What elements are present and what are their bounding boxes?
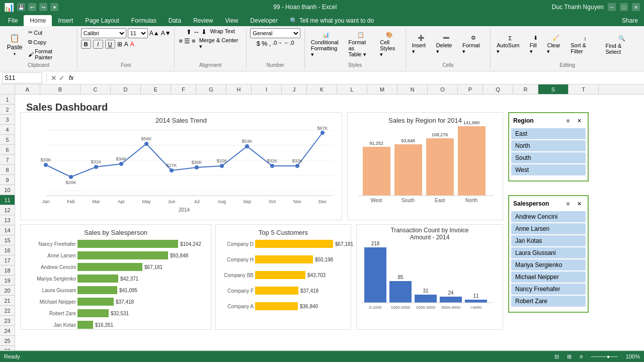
row-24[interactable]: 24 (0, 326, 15, 336)
formula-input[interactable] (77, 72, 642, 83)
tab-developer[interactable]: Developer (244, 15, 284, 26)
row-3[interactable]: 3 (0, 115, 15, 125)
col-header-s[interactable]: S (538, 84, 569, 94)
insert-cells-button[interactable]: ➕ Insert ▾ (410, 34, 432, 56)
cancel-icon[interactable]: ✕ (51, 74, 57, 82)
row-6[interactable]: 6 (0, 145, 15, 155)
row-20[interactable]: 20 (0, 286, 15, 296)
tab-home[interactable]: Home (24, 15, 52, 26)
currency-icon[interactable]: $ (257, 40, 260, 47)
minimize-button[interactable]: ─ (608, 3, 616, 11)
col-header-j[interactable]: J (282, 84, 307, 94)
col-header-t[interactable]: T (569, 84, 599, 94)
tab-insert[interactable]: Insert (52, 15, 79, 26)
font-size-select[interactable]: 11 (128, 28, 148, 38)
align-middle-icon[interactable]: ↔ (193, 28, 200, 36)
comma-icon[interactable]: , (269, 40, 271, 47)
row-11[interactable]: 11 (0, 195, 15, 205)
salesperson-mariya-item[interactable]: Mariya Sergienko (511, 259, 586, 270)
row-1[interactable]: 1 (0, 95, 15, 105)
col-header-a[interactable]: A (15, 84, 40, 94)
confirm-icon[interactable]: ✓ (59, 74, 65, 82)
tab-file[interactable]: File (2, 15, 24, 26)
salesperson-filter-icon[interactable]: ≡ (564, 199, 573, 208)
increase-font-icon[interactable]: A▲ (149, 30, 159, 37)
delete-cells-button[interactable]: ➖ Delete ▾ (434, 34, 458, 56)
row-25[interactable]: 25 (0, 336, 15, 346)
col-header-q[interactable]: Q (483, 84, 513, 94)
tab-tell-me[interactable]: 🔍 Tell me what you want to do (284, 15, 380, 26)
cell-reference-input[interactable] (2, 72, 42, 83)
merge-center-button[interactable]: Merge & Center ▾ (199, 37, 242, 50)
region-clear-icon[interactable]: ✕ (575, 116, 584, 125)
row-12[interactable]: 12 (0, 205, 15, 215)
col-header-l[interactable]: L (337, 84, 367, 94)
conditional-formatting-button[interactable]: 📊 ConditionalFormatting ▾ (309, 31, 344, 59)
cut-button[interactable]: ✂ Cut (26, 28, 73, 37)
sort-filter-button[interactable]: ↕ Sort & Filter (569, 34, 601, 55)
format-painter-button[interactable]: 🖌 Format Painter (26, 47, 73, 61)
region-filter-icon[interactable]: ≡ (564, 116, 573, 125)
save-button[interactable]: 💾 (17, 3, 25, 11)
tab-view[interactable]: View (219, 15, 245, 26)
row-10[interactable]: 10 (0, 185, 15, 195)
bold-button[interactable]: B (81, 40, 91, 49)
align-left-icon[interactable]: ≡ (179, 37, 183, 50)
align-bottom-icon[interactable]: ⬇ (201, 28, 207, 36)
row-16[interactable]: 16 (0, 245, 15, 255)
row-7[interactable]: 7 (0, 155, 15, 165)
region-south-item[interactable]: South (511, 152, 586, 163)
customize-qat-button[interactable]: ▾ (50, 3, 58, 11)
redo-button[interactable]: ↪ (39, 3, 47, 11)
col-header-k[interactable]: K (307, 84, 337, 94)
copy-button[interactable]: ⧉ Copy (26, 38, 73, 46)
align-top-icon[interactable]: ⬆ (186, 28, 192, 36)
col-header-n[interactable]: N (397, 84, 428, 94)
col-header-r[interactable]: R (513, 84, 538, 94)
row-2[interactable]: 2 (0, 105, 15, 115)
zoom-slider[interactable]: ────●── (591, 353, 617, 359)
close-button[interactable]: ✕ (632, 3, 640, 11)
italic-button[interactable]: I (93, 40, 103, 49)
col-header-p[interactable]: P (458, 84, 483, 94)
region-east-item[interactable]: East (511, 128, 586, 139)
col-header-c[interactable]: C (80, 84, 111, 94)
font-color-icon[interactable]: A (130, 41, 134, 48)
row-5[interactable]: 5 (0, 135, 15, 145)
view-layout-icon[interactable]: ⊞ (567, 353, 572, 360)
region-north-item[interactable]: North (511, 140, 586, 151)
tab-formulas[interactable]: Formulas (125, 15, 163, 26)
view-pagebreak-icon[interactable]: ≡ (580, 353, 583, 359)
salesperson-michael-item[interactable]: Michael Neipper (511, 272, 586, 283)
row-21[interactable]: 21 (0, 296, 15, 306)
col-header-i[interactable]: I (252, 84, 282, 94)
row-9[interactable]: 9 (0, 175, 15, 185)
paste-button[interactable]: 📋 Paste ▾ (4, 31, 25, 58)
decrease-decimal-icon[interactable]: ←.0 (284, 40, 294, 47)
fill-color-icon[interactable]: A (124, 41, 128, 48)
align-center-icon[interactable]: ☰ (184, 37, 190, 50)
salesperson-jan-item[interactable]: Jan Kotas (511, 235, 586, 246)
row-13[interactable]: 13 (0, 215, 15, 225)
cell-styles-button[interactable]: 🎨 CellStyles ▾ (378, 31, 401, 59)
col-header-g[interactable]: G (196, 84, 226, 94)
col-header-e[interactable]: E (141, 84, 171, 94)
row-23[interactable]: 23 (0, 316, 15, 326)
col-header-b[interactable]: B (40, 84, 80, 94)
region-west-item[interactable]: West (511, 164, 586, 175)
col-header-m[interactable]: M (367, 84, 397, 94)
salesperson-andrew-item[interactable]: Andrew Cencini (511, 211, 586, 222)
col-header-f[interactable]: F (171, 84, 196, 94)
row-22[interactable]: 22 (0, 306, 15, 316)
find-select-button[interactable]: 🔍 Find & Select (604, 34, 640, 56)
tab-data[interactable]: Data (163, 15, 187, 26)
share-button[interactable]: Share (616, 15, 644, 26)
tab-page-layout[interactable]: Page Layout (79, 15, 125, 26)
row-17[interactable]: 17 (0, 255, 15, 265)
number-format-select[interactable]: General (250, 28, 300, 38)
font-family-select[interactable]: Calibri (81, 28, 126, 38)
col-header-d[interactable]: D (111, 84, 141, 94)
maximize-button[interactable]: □ (620, 3, 628, 11)
underline-button[interactable]: U (105, 40, 115, 49)
row-19[interactable]: 19 (0, 276, 15, 286)
